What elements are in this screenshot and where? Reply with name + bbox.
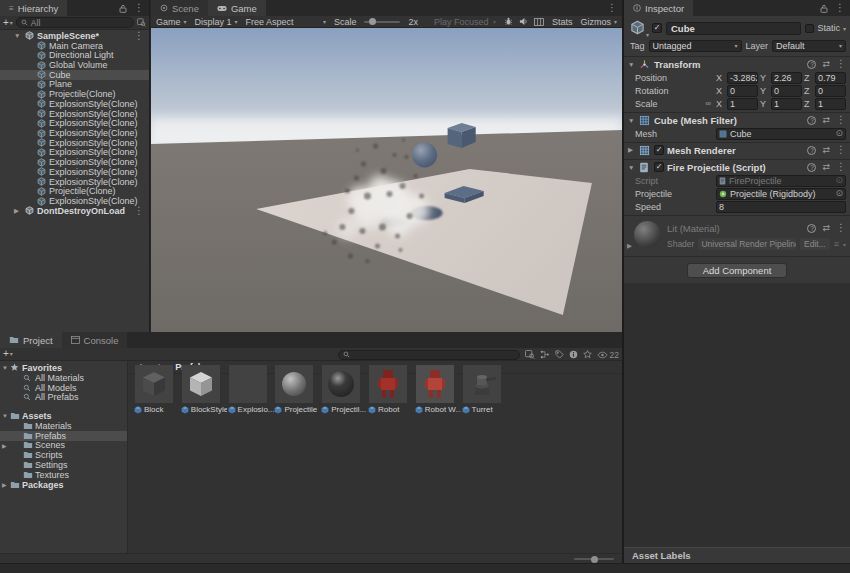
asset-item[interactable]: Projectil... (321, 365, 367, 414)
kebab-menu-icon[interactable]: ⋮ (134, 206, 144, 216)
hierarchy-item[interactable]: ExplosionStyle(Clone) (0, 138, 149, 148)
info-filter-icon[interactable] (569, 350, 578, 359)
expand-arrow-icon[interactable]: ▼ (14, 32, 25, 39)
tab-game[interactable]: Game (208, 0, 266, 16)
material-foldout-arrow-icon[interactable]: ▶ (627, 242, 632, 250)
sub-hierarchy-icon[interactable] (540, 350, 550, 359)
position-x-field[interactable]: -3.28621 (727, 72, 758, 84)
project-tree-item[interactable]: All Prefabs (0, 392, 127, 402)
lock-icon[interactable] (820, 4, 828, 13)
project-tree-item[interactable]: ▶Scenes (0, 441, 127, 451)
hierarchy-item[interactable]: ExplosionStyle(Clone) (0, 196, 149, 206)
search-by-type-icon[interactable] (525, 350, 535, 359)
kebab-menu-icon[interactable]: ⋮ (836, 59, 846, 69)
hierarchy-search-input[interactable]: All (16, 17, 134, 28)
project-tree-item[interactable]: ▶Packages (0, 480, 127, 490)
presets-icon[interactable]: ⇄ (822, 224, 830, 233)
scale-y-field[interactable]: 1 (771, 98, 802, 110)
gameobject-icon[interactable]: ▾ (630, 20, 648, 36)
hierarchy-item[interactable]: Projectile(Clone) (0, 187, 149, 197)
foldout-arrow-icon[interactable]: ▼ (628, 117, 636, 124)
scale-slider[interactable] (364, 21, 400, 23)
help-icon[interactable]: ? (807, 163, 816, 172)
presets-icon[interactable]: ⇄ (822, 146, 830, 155)
search-by-label-icon[interactable] (555, 350, 564, 359)
projectile-object-field[interactable]: Projectile (Rigidbody) ⊙ (716, 188, 846, 200)
project-tree-item[interactable]: Textures (0, 470, 127, 480)
hierarchy-item[interactable]: Cube (0, 70, 149, 80)
expand-arrow-icon[interactable]: ▶ (2, 442, 10, 449)
thumbnail-size-knob[interactable] (591, 556, 598, 563)
play-focused-dropdown[interactable]: Play Focused▾ (434, 17, 496, 27)
expand-arrow-icon[interactable]: ▶ (2, 481, 10, 488)
add-component-button[interactable]: Add Component (687, 263, 787, 278)
asset-item[interactable]: Explosio... (228, 365, 274, 414)
scale-x-field[interactable]: 1 (727, 98, 758, 110)
expand-arrow-icon[interactable]: ▶ (14, 207, 25, 215)
layer-dropdown[interactable]: Default▾ (772, 40, 846, 52)
hierarchy-item[interactable]: Plane (0, 80, 149, 90)
component-enabled-checkbox[interactable]: ✓ (654, 145, 664, 155)
hierarchy-item[interactable]: ▼SampleScene*⋮ (0, 31, 149, 41)
game-viewport[interactable] (151, 28, 622, 332)
project-search-input[interactable] (338, 350, 520, 360)
rotation-x-field[interactable]: 0 (727, 85, 758, 97)
tab-scene[interactable]: Scene (151, 0, 208, 16)
rotation-z-field[interactable]: 0 (815, 85, 846, 97)
hierarchy-item[interactable]: Projectile(Clone) (0, 89, 149, 99)
thumbnail-size-slider[interactable] (574, 558, 614, 560)
project-tree-item[interactable]: Scripts (0, 450, 127, 460)
kebab-menu-icon[interactable]: ⋮ (836, 115, 846, 125)
rotation-y-field[interactable]: 0 (771, 85, 802, 97)
foldout-arrow-icon[interactable]: ▼ (628, 61, 636, 68)
bug-icon[interactable] (504, 17, 513, 26)
mesh-object-field[interactable]: Cube ⊙ (716, 128, 846, 140)
hierarchy-item[interactable]: ExplosionStyle(Clone) (0, 128, 149, 138)
project-tree-item[interactable]: Prefabs (0, 431, 127, 441)
position-z-field[interactable]: 0.79 (815, 72, 846, 84)
aspect-dropdown[interactable]: Free Aspect▾ (246, 17, 326, 27)
asset-item[interactable]: Robot (368, 365, 414, 414)
presets-icon[interactable]: ⇄ (822, 60, 830, 69)
link-scale-icon[interactable]: ∞ (705, 99, 711, 108)
object-picker-icon[interactable]: ⊙ (835, 129, 843, 138)
kebab-menu-icon[interactable]: ⋮ (134, 31, 144, 41)
help-icon[interactable]: ? (807, 116, 816, 125)
component-enabled-checkbox[interactable]: ✓ (654, 162, 664, 172)
fire-projectile-header[interactable]: ▼ ✓ Fire Projectile (Script) ?⇄⋮ (624, 160, 850, 174)
hierarchy-item[interactable]: Directional Light (0, 50, 149, 60)
lock-icon[interactable] (119, 4, 127, 13)
stats-button[interactable]: Stats (552, 17, 573, 27)
asset-item[interactable]: Block (134, 365, 180, 414)
presets-icon[interactable]: ⇄ (822, 116, 830, 125)
kebab-menu-icon[interactable]: ⋮ (836, 162, 846, 172)
display-dropdown[interactable]: Display 1▾ (195, 17, 238, 27)
scale-slider-knob[interactable] (369, 18, 376, 25)
metrics-icon[interactable] (534, 18, 544, 26)
tab-inspector[interactable]: Inspector (624, 0, 693, 16)
hierarchy-item[interactable]: Global Volume (0, 60, 149, 70)
expand-arrow-icon[interactable]: ▼ (2, 413, 10, 419)
project-tree-item[interactable]: Settings (0, 460, 127, 470)
help-icon[interactable]: ? (807, 60, 816, 69)
mesh-renderer-header[interactable]: ▶ ✓ Mesh Renderer ?⇄⋮ (624, 143, 850, 157)
hierarchy-item[interactable]: ExplosionStyle(Clone) (0, 177, 149, 187)
hidden-count[interactable]: 22 (597, 350, 619, 360)
search-filter-icon[interactable] (137, 18, 146, 27)
position-y-field[interactable]: 2.26 (771, 72, 802, 84)
kebab-menu-icon[interactable]: ⋮ (835, 3, 845, 13)
hierarchy-item[interactable]: ExplosionStyle(Clone) (0, 118, 149, 128)
asset-item[interactable]: Robot W... (415, 365, 461, 414)
kebab-menu-icon[interactable]: ⋮ (836, 145, 846, 155)
material-preview-sphere[interactable] (634, 221, 661, 248)
tab-hierarchy[interactable]: ≡ Hierarchy (0, 0, 67, 16)
hierarchy-item[interactable]: Main Camera (0, 41, 149, 51)
tag-dropdown[interactable]: Untagged▾ (649, 40, 742, 52)
hierarchy-item[interactable]: ExplosionStyle(Clone) (0, 157, 149, 167)
kebab-menu-icon[interactable]: ⋮ (607, 3, 617, 13)
hierarchy-item[interactable]: ExplosionStyle(Clone) (0, 109, 149, 119)
presets-icon[interactable]: ⇄ (822, 163, 830, 172)
hierarchy-item[interactable]: ExplosionStyle(Clone) (0, 99, 149, 109)
project-tree-item[interactable]: Materials (0, 421, 127, 431)
asset-item[interactable]: BlockStyle (181, 365, 227, 414)
